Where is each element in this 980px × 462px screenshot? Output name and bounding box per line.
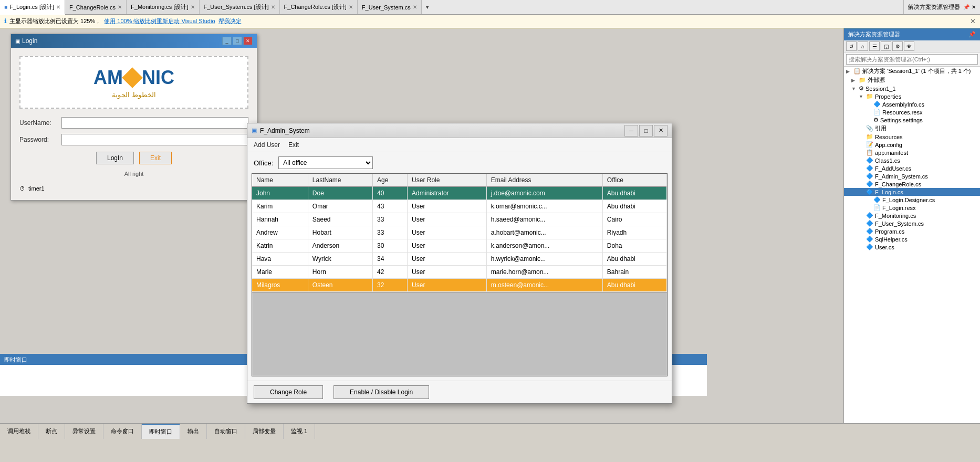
table-row[interactable]: KatrinAnderson30Userk.anderson@amon...Do… (252, 239, 667, 253)
table-cell-name: Hannah (252, 213, 308, 226)
sol-btn-preview[interactable]: 👁 (904, 41, 914, 51)
tree-item-Properties[interactable]: ▼📁Properties (844, 92, 980, 100)
tree-item-F_User_System.cs[interactable]: 🔷F_User_System.cs (844, 219, 980, 227)
tab-close-btn[interactable]: ✕ (191, 4, 195, 10)
table-cell-office: Abu dhabi (602, 187, 666, 200)
tab-user-system-design[interactable]: F_User_System.cs [设计] ✕ (200, 0, 280, 14)
tree-item-F_Monitoring.cs[interactable]: 🔷F_Monitoring.cs (844, 212, 980, 219)
tree-item-F_Admin_System.cs[interactable]: 🔷F_Admin_System.cs (844, 172, 980, 180)
tree-solution-root[interactable]: ▶📋解决方案 'Session1_1' (1 个项目，共 1 个) (844, 67, 980, 76)
tab-close-btn[interactable]: ✕ (56, 4, 60, 10)
table-cell-email: j.doe@amonic.com (486, 187, 602, 200)
tree-item-Class1.cs[interactable]: 🔷Class1.cs (844, 156, 980, 164)
table-row[interactable]: JohnDoe40Administratorj.doe@amonic.comAb… (252, 187, 667, 200)
tree-item-F_ChangeRole.cs[interactable]: 🔷F_ChangeRole.cs (844, 180, 980, 188)
admin-minimize-btn[interactable]: ─ (624, 125, 638, 136)
office-row: Office: All office Abu dhabi Cairo Riyad… (247, 152, 672, 173)
solution-tree: ▶📋解决方案 'Session1_1' (1 个项目，共 1 个)▶📁外部源▼⚙… (844, 67, 980, 423)
notification-close[interactable]: ✕ (970, 17, 976, 25)
bottom-tab-局部变量[interactable]: 局部变量 (245, 424, 284, 439)
sol-btn-home[interactable]: ⌂ (858, 41, 868, 51)
timer-row: ⏱ timer1 (19, 185, 248, 192)
table-row[interactable]: HannahSaeed33Userh.saeed@amonic...Cairo (252, 213, 667, 226)
minimize-btn[interactable]: _ (222, 37, 232, 45)
solution-explorer-tab[interactable]: 解决方案资源管理器 📌 ✕ (903, 0, 980, 14)
bottom-tab-断点[interactable]: 断点 (38, 424, 65, 439)
tab-changeRole[interactable]: F_ChangeRole.cs ✕ (65, 0, 127, 14)
tree-item-AssemblyInfo.cs[interactable]: 🔷AssemblyInfo.cs (844, 100, 980, 108)
bottom-tab-即时窗口[interactable]: 即时窗口 (142, 424, 180, 439)
bottom-tab-异常设置[interactable]: 异常设置 (65, 424, 103, 439)
solution-explorer-header: 解决方案资源管理器 📌 (844, 28, 980, 40)
se-pin-icon[interactable]: 📌 (963, 4, 969, 10)
password-input[interactable] (61, 134, 248, 145)
table-cell-email: m.osteen@amonic... (486, 279, 602, 292)
login-button[interactable]: LogIn (96, 152, 134, 164)
table-row[interactable]: MarieHorn42Usermarie.horn@amon...Bahrain (252, 266, 667, 279)
sol-btn-collapse[interactable]: ◱ (881, 41, 891, 51)
tree-item-F_Login.resx[interactable]: 📄F_Login.resx (844, 204, 980, 212)
tab-login-cs-design[interactable]: ■ F_Login.cs [设计] ✕ (0, 0, 65, 15)
tree-item-User.cs[interactable]: 🔷User.cs (844, 243, 980, 251)
exit-button[interactable]: Exit (139, 152, 172, 164)
bottom-tab-命令窗口[interactable]: 命令窗口 (103, 424, 142, 439)
table-cell-role: Administrator (408, 187, 487, 200)
tab-changeRole-design[interactable]: F_ChangeRole.cs [设计] ✕ (280, 0, 358, 14)
change-role-btn[interactable]: Change Role (254, 385, 323, 399)
tab-monitoring[interactable]: F_Monitoring.cs [设计] ✕ (127, 0, 199, 14)
tab-overflow-btn[interactable]: ▼ (422, 0, 433, 14)
table-row[interactable]: AndrewHobart33Usera.hobart@amonic...Riya… (252, 226, 667, 239)
tree-item-引用[interactable]: 📎引用 (844, 124, 980, 133)
table-row[interactable]: HavaWyrick34Userh.wyrick@amonic...Abu dh… (252, 253, 667, 266)
tree-item-Resources[interactable]: 📁Resources (844, 133, 980, 141)
se-header-pin[interactable]: 📌 (968, 31, 976, 38)
table-cell-age: 33 (373, 226, 408, 239)
office-select[interactable]: All office Abu dhabi Cairo Riyadh Doha B… (278, 156, 373, 169)
bottom-tab-输出[interactable]: 输出 (180, 424, 207, 439)
tree-item-F_AddUser.cs[interactable]: 🔷F_AddUser.cs (844, 164, 980, 172)
tab-bar: ■ F_Login.cs [设计] ✕ F_ChangeRole.cs ✕ F_… (0, 0, 980, 15)
close-btn[interactable]: ✕ (243, 37, 253, 45)
menu-add-user[interactable]: Add User (254, 141, 280, 149)
tree-item-app.manifest[interactable]: 📋app.manifest (844, 149, 980, 156)
table-cell-age: 40 (373, 187, 408, 200)
table-cell-age: 34 (373, 253, 408, 266)
admin-close-btn[interactable]: ✕ (654, 125, 668, 136)
notification-extra[interactable]: 帮我决定 (218, 17, 242, 25)
bottom-tab-调用堆栈[interactable]: 调用堆栈 (0, 424, 38, 439)
admin-title-text: F_Admin_System (260, 127, 310, 134)
sol-btn-sync[interactable]: ↺ (846, 41, 857, 51)
table-cell-age: 32 (373, 279, 408, 292)
username-input[interactable] (61, 117, 248, 129)
tree-item-SqlHelper.cs[interactable]: 🔷SqlHelper.cs (844, 235, 980, 243)
bottom-tab-监视_1[interactable]: 监视 1 (284, 424, 315, 439)
solution-search-input[interactable] (846, 54, 978, 65)
tab-user-system[interactable]: F_User_System.cs ✕ (358, 0, 422, 14)
tree-item-Settings.settings[interactable]: ⚙Settings.settings (844, 116, 980, 124)
tree-item-F_Login.cs[interactable]: 🔷F_Login.cs (844, 188, 980, 196)
bottom-tab-自动窗口[interactable]: 自动窗口 (207, 424, 245, 439)
tab-close-btn[interactable]: ✕ (118, 4, 122, 10)
tree-item-外部源[interactable]: ▶📁外部源 (844, 76, 980, 85)
username-label: UserName: (19, 119, 61, 127)
enable-disable-btn[interactable]: Enable / Disable Login (333, 385, 429, 399)
table-cell-name: Hava (252, 253, 308, 266)
admin-maximize-btn[interactable]: □ (639, 125, 653, 136)
notification-link[interactable]: 使用 100% 缩放比例重新启动 Visual Studio (104, 17, 215, 25)
sol-btn-filter[interactable]: ☰ (869, 41, 880, 51)
table-cell-role: User (408, 226, 487, 239)
tree-item-F_Login.Designer.cs[interactable]: 🔷F_Login.Designer.cs (844, 196, 980, 204)
table-row[interactable]: KarimOmar43Userk.omar@amonic.c...Abu dha… (252, 200, 667, 213)
table-row[interactable]: MilagrosOsteen32Userm.osteen@amonic...Ab… (252, 279, 667, 292)
tree-item-Resources.resx[interactable]: 📄Resources.resx (844, 108, 980, 116)
sol-btn-props[interactable]: ⚙ (892, 41, 903, 51)
maximize-btn[interactable]: □ (233, 37, 242, 45)
tree-item-Session1_1[interactable]: ▼⚙Session1_1 (844, 85, 980, 92)
tree-item-App.config[interactable]: 📝App.config (844, 141, 980, 149)
tab-close-btn[interactable]: ✕ (413, 4, 417, 10)
tab-close-btn[interactable]: ✕ (349, 4, 353, 10)
tree-item-Program.cs[interactable]: 🔷Program.cs (844, 227, 980, 235)
se-close-icon[interactable]: ✕ (972, 4, 976, 10)
menu-exit[interactable]: Exit (288, 141, 299, 149)
tab-close-btn[interactable]: ✕ (271, 4, 275, 10)
